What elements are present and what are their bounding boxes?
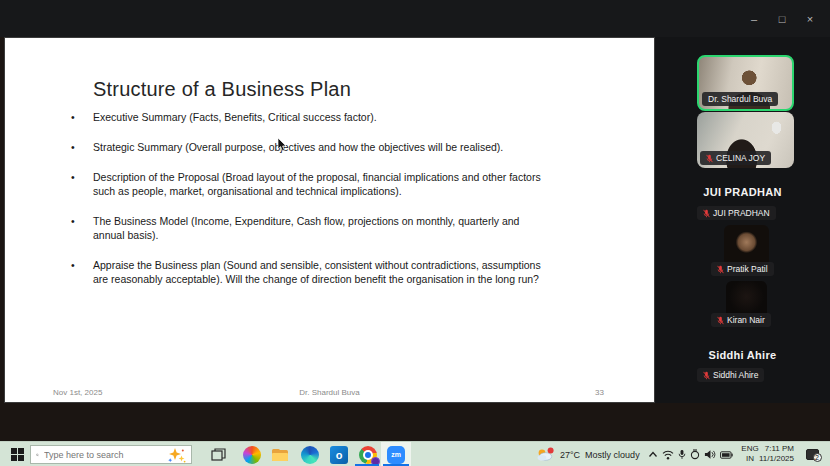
restore-button[interactable]: □	[768, 13, 796, 25]
outlook-button[interactable]: o	[327, 442, 351, 466]
participant-nametag: Pratik Patil	[711, 262, 774, 276]
slide-bullet: The Business Model (Income, Expenditure,…	[69, 214, 551, 242]
minimize-button[interactable]: –	[740, 13, 768, 25]
weather-condition: Mostly cloudy	[585, 450, 640, 460]
status-circle-icon[interactable]	[690, 449, 700, 460]
participant-name: Dr. Shardul Buva	[708, 94, 772, 104]
notification-icon: 2	[806, 449, 819, 460]
zoom-app-icon: zm	[387, 446, 405, 464]
weather-temp: 27°C	[560, 450, 580, 460]
copilot-button[interactable]	[240, 442, 264, 466]
weather-cloud-icon	[536, 447, 555, 462]
mic-muted-icon	[717, 265, 724, 274]
participants-panel: Dr. Shardul Buva CELINA JOY JUI PRADHAN …	[655, 37, 830, 403]
slide-bullet: Appraise the Business plan (Sound and se…	[69, 258, 551, 286]
network-wifi-icon[interactable]	[662, 450, 674, 460]
participant-nametag: Dr. Shardul Buva	[702, 92, 778, 106]
participant-name: CELINA JOY	[716, 153, 765, 163]
participant-display-name: Siddhi Ahire	[655, 349, 830, 361]
slide-bullet: Strategic Summary (Overall purpose, obje…	[69, 140, 551, 154]
participant-name: Siddhi Ahire	[713, 370, 758, 380]
start-button[interactable]	[4, 442, 30, 466]
mic-muted-icon	[717, 316, 724, 325]
show-hidden-icons-chevron[interactable]	[648, 451, 658, 458]
mic-muted-icon	[703, 209, 710, 218]
participant-video-thumbnail	[724, 225, 769, 266]
zoom-meeting-window: – □ × Structure of a Business Plan Execu…	[0, 0, 830, 466]
edge-button[interactable]	[298, 442, 322, 466]
search-input[interactable]	[44, 450, 161, 460]
slide-footer-author: Dr. Shardul Buva	[5, 388, 654, 397]
participant-nametag: JUI PRADHAN	[697, 206, 776, 220]
task-view-icon	[211, 448, 226, 462]
task-view-button[interactable]	[206, 442, 230, 466]
participant-name: Pratik Patil	[727, 264, 768, 274]
participant-nametag: Siddhi Ahire	[697, 368, 764, 382]
copilot-icon	[243, 446, 261, 464]
mouse-cursor-icon	[277, 138, 288, 152]
app-titlebar: – □ ×	[0, 0, 830, 37]
participant-nametag: CELINA JOY	[700, 151, 771, 165]
participant-name: Kiran Nair	[727, 315, 765, 325]
file-explorer-button[interactable]	[268, 442, 292, 466]
participant-display-name: JUI PRADHAN	[655, 186, 830, 198]
slide-bullet: Executive Summary (Facts, Benefits, Crit…	[69, 110, 551, 124]
clock-time: 7:11 PM	[752, 444, 794, 454]
slide-bullet: Description of the Proposal (Broad layou…	[69, 170, 551, 198]
slide-page-number: 33	[595, 388, 604, 397]
window-bottom-strip	[0, 403, 830, 441]
microphone-icon[interactable]	[678, 449, 686, 460]
clock-date: 11/1/2025	[752, 454, 794, 464]
bing-ai-sparkle-icon	[166, 447, 186, 463]
outlook-icon: o	[330, 446, 348, 464]
notification-count-badge: 2	[813, 453, 822, 462]
system-tray	[648, 442, 733, 466]
slide-title: Structure of a Business Plan	[93, 78, 351, 101]
window-controls: – □ ×	[740, 0, 824, 37]
taskbar-clock[interactable]: 7:11 PM 11/1/2025	[752, 444, 794, 464]
mic-muted-icon	[706, 154, 713, 163]
slide-bullet-list: Executive Summary (Facts, Benefits, Crit…	[69, 110, 551, 302]
file-explorer-icon	[271, 446, 289, 464]
speaker-icon[interactable]	[704, 449, 716, 460]
participant-tile-shardul[interactable]: Dr. Shardul Buva	[697, 55, 794, 111]
search-icon	[36, 450, 39, 460]
notification-center-button[interactable]: 2	[801, 442, 823, 466]
zoom-app-button[interactable]: zm	[381, 442, 411, 466]
battery-icon[interactable]	[720, 451, 733, 459]
edge-icon	[301, 446, 319, 464]
close-button[interactable]: ×	[796, 13, 824, 25]
windows-logo-icon	[11, 448, 24, 461]
windows-taskbar: o zm 27°C Mostly cloudy	[0, 441, 830, 466]
weather-widget[interactable]: 27°C Mostly cloudy	[536, 442, 640, 466]
participant-name: JUI PRADHAN	[713, 208, 770, 218]
chrome-button[interactable]	[356, 442, 380, 466]
taskbar-search[interactable]	[30, 445, 192, 464]
participant-nametag: Kiran Nair	[711, 313, 771, 327]
mic-muted-icon	[703, 371, 710, 380]
participant-tile-celina[interactable]: CELINA JOY	[697, 112, 794, 168]
presentation-slide: Structure of a Business Plan Executive S…	[4, 37, 655, 403]
chrome-icon	[359, 446, 377, 464]
